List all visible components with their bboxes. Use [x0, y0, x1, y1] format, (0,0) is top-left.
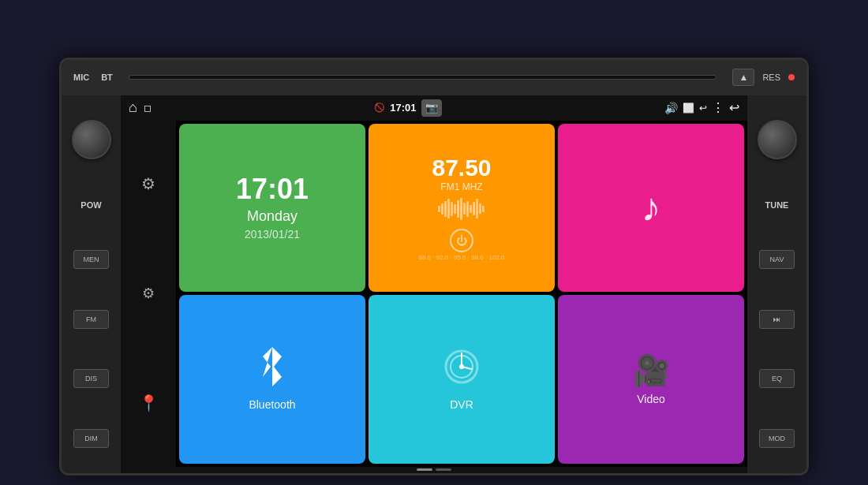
power-knob[interactable]: [72, 120, 111, 159]
eq-button[interactable]: EQ: [759, 369, 795, 388]
bluetooth-icon: [258, 347, 286, 394]
head-unit: MIC BT ▲ RES POW MEN FM DIS DIM ⌂ ◻: [59, 58, 809, 476]
back-icon[interactable]: ↩: [729, 100, 739, 115]
pow-label: POW: [80, 200, 101, 210]
radio-band: FM1 MHZ: [440, 181, 482, 192]
res-label: RES: [762, 73, 780, 82]
music-note-icon: ♪: [642, 185, 661, 230]
res-indicator: [788, 74, 795, 80]
video-label: Video: [637, 393, 665, 405]
status-bar: ⌂ ◻ 🚫 17:01 📷 🔊 ⬜ ↩ ⋮ ↩: [121, 95, 747, 121]
next-button[interactable]: ⏭: [759, 310, 795, 329]
bt-label: BT: [101, 73, 113, 82]
sliders-icon[interactable]: ⚙: [142, 285, 155, 302]
unit-body: POW MEN FM DIS DIM ⌂ ◻ 🚫 17:01 📷 🔊: [62, 95, 806, 473]
mod-button[interactable]: MOD: [759, 429, 795, 448]
radio-scale: 88.0 · 92.0 · 95.0 · 98.0 · 102.0: [419, 254, 505, 261]
disc-slot: [129, 75, 717, 80]
bluetooth-label: Bluetooth: [249, 398, 295, 411]
top-strip-left: MIC BT: [73, 73, 113, 82]
dvr-gauge-icon: [442, 347, 481, 394]
radio-power-icon[interactable]: ⏻: [450, 229, 473, 252]
men-button[interactable]: MEN: [73, 250, 109, 269]
location-icon[interactable]: 📍: [139, 394, 159, 412]
tune-knob[interactable]: [758, 120, 797, 159]
camera-icon[interactable]: 📷: [421, 99, 442, 117]
screen-bottom: [121, 467, 747, 473]
clock-date: 2013/01/21: [245, 228, 300, 241]
page-dot-1[interactable]: [417, 468, 432, 471]
right-panel: TUNE NAV ⏭ EQ MOD: [747, 95, 806, 473]
recent-icon[interactable]: ◻: [144, 103, 152, 114]
sidebar-icons: ⚙ ⚙ 📍: [121, 121, 176, 467]
bluetooth-tile[interactable]: Bluetooth: [179, 295, 365, 464]
status-bar-left: ⌂ ◻: [129, 99, 152, 116]
left-panel: POW MEN FM DIS DIM: [62, 95, 121, 473]
music-tile[interactable]: ♪: [558, 124, 744, 293]
nav-button[interactable]: NAV: [759, 250, 795, 269]
radio-tile[interactable]: 87.50 FM1 MHZ: [369, 124, 555, 293]
page-dot-2[interactable]: [436, 468, 451, 471]
clock-time: 17:01: [236, 175, 309, 203]
dvr-label: DVR: [450, 398, 473, 411]
main-content: ⚙ ⚙ 📍 17:01 Monday 2013/01/21 87.50: [121, 121, 747, 467]
top-strip: MIC BT ▲ RES: [62, 60, 806, 95]
tune-label: TUNE: [765, 200, 789, 210]
fm-button[interactable]: FM: [73, 310, 109, 329]
clock-day: Monday: [247, 208, 297, 225]
settings-icon[interactable]: ⚙: [141, 174, 155, 193]
svg-point-4: [459, 364, 464, 369]
mic-label: MIC: [73, 73, 89, 82]
dim-button[interactable]: DIM: [73, 429, 109, 448]
status-bar-right: 🔊 ⬜ ↩ ⋮ ↩: [664, 100, 739, 115]
dvr-tile[interactable]: DVR: [369, 295, 555, 464]
screen-icon[interactable]: ⬜: [683, 103, 694, 114]
dis-button[interactable]: DIS: [73, 369, 109, 388]
radio-waveform: [378, 197, 545, 221]
video-camera-icon: 🎥: [633, 353, 670, 388]
app-grid: 17:01 Monday 2013/01/21 87.50 FM1 MHZ: [176, 121, 747, 467]
eject-button[interactable]: ▲: [732, 69, 754, 86]
radio-freq: 87.50: [432, 155, 491, 181]
top-strip-right: ▲ RES: [732, 69, 795, 86]
status-time: 17:01: [390, 102, 416, 114]
status-icons: 🚫 17:01 📷: [374, 99, 441, 117]
screen: ⌂ ◻ 🚫 17:01 📷 🔊 ⬜ ↩ ⋮ ↩: [121, 95, 747, 473]
video-tile[interactable]: 🎥 Video: [558, 295, 744, 464]
volume-icon[interactable]: 🔊: [664, 102, 678, 114]
pip-icon[interactable]: ↩: [699, 103, 707, 114]
menu-icon[interactable]: ⋮: [712, 100, 724, 115]
home-icon[interactable]: ⌂: [129, 99, 137, 116]
signal-icon: 🚫: [374, 103, 385, 113]
clock-tile[interactable]: 17:01 Monday 2013/01/21: [179, 124, 365, 293]
